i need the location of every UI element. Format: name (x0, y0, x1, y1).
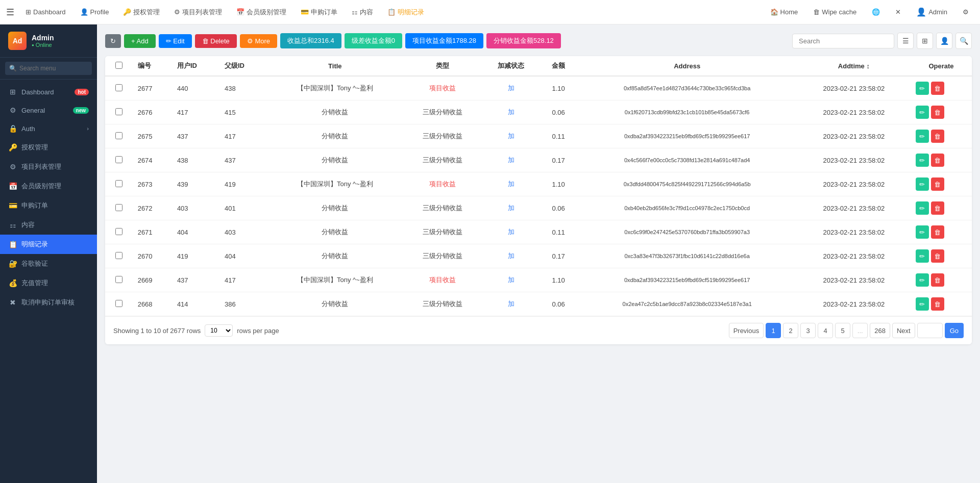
nav-settings[interactable]: ⚙ (958, 6, 974, 18)
stat-distribution: 分销收益金额528.12 (486, 33, 561, 48)
search-go-button[interactable]: 🔍 (955, 33, 972, 49)
delete-row-button[interactable]: 🗑 (931, 201, 944, 215)
delete-row-button[interactable]: 🗑 (931, 297, 944, 311)
edit-row-button[interactable]: ✏ (916, 273, 929, 287)
search-input[interactable] (5, 62, 92, 75)
nav-member-level[interactable]: 📅 会员级别管理 (231, 6, 291, 19)
nav-content[interactable]: ⚏ 内容 (347, 6, 378, 19)
sidebar-item-cancel-sub[interactable]: ✖ 取消申购订单审核 (0, 293, 97, 312)
nav-detail-record[interactable]: 📋 明细记录 (382, 6, 429, 19)
sort-icon[interactable]: ↕ (866, 62, 870, 70)
sidebar-item-subscription[interactable]: 💳 申购订单 (0, 196, 97, 215)
row-id: 2675 (133, 124, 172, 148)
row-select-checkbox[interactable] (115, 84, 122, 91)
row-select-checkbox[interactable] (115, 204, 122, 211)
edit-button[interactable]: ✏ Edit (159, 34, 192, 48)
column-toggle-button[interactable]: 👤 (936, 33, 952, 49)
sidebar-item-project-list[interactable]: ⚙ 项目列表管理 (0, 157, 97, 176)
row-address: 0x3dfdd48004754c825f4492291712566c994d6a… (577, 172, 797, 196)
nav-profile[interactable]: 👤 Profile (75, 6, 114, 18)
edit-row-button[interactable]: ✏ (916, 201, 929, 215)
nav-home[interactable]: 🏠 Home (765, 6, 803, 18)
delete-row-button[interactable]: 🗑 (931, 106, 944, 119)
nav-language[interactable]: 🌐 (867, 6, 885, 18)
col-parent-id: 父级ID (219, 56, 267, 76)
row-select-checkbox[interactable] (115, 300, 122, 307)
row-select-checkbox[interactable] (115, 132, 122, 139)
nav-project-list[interactable]: ⚙ 项目列表管理 (169, 6, 227, 19)
delete-row-button[interactable]: 🗑 (931, 249, 944, 263)
sidebar-item-auth[interactable]: 🔒 Auth › (0, 119, 97, 138)
delete-row-button[interactable]: 🗑 (931, 177, 944, 191)
next-button[interactable]: Next (892, 323, 915, 338)
row-title: 【中国深圳】Tony ^~盈利 (267, 172, 403, 196)
row-parent-id: 417 (219, 124, 267, 148)
add-button[interactable]: + Add (124, 34, 156, 48)
select-all-checkbox[interactable] (115, 62, 122, 69)
row-user-id: 403 (172, 196, 219, 220)
row-operate: ✏ 🗑 (911, 124, 972, 148)
nav-auth-manage[interactable]: 🔑 授权管理 (118, 6, 165, 19)
row-checkbox (105, 292, 133, 316)
view-grid-button[interactable]: ⊞ (917, 33, 933, 49)
edit-row-button[interactable]: ✏ (916, 82, 929, 95)
row-select-checkbox[interactable] (115, 252, 122, 259)
table-row: 2677 440 438 【中国深圳】Tony ^~盈利 项目收益 加 1.10… (105, 76, 972, 100)
delete-row-button[interactable]: 🗑 (931, 273, 944, 287)
delete-row-button[interactable]: 🗑 (931, 130, 944, 143)
edit-row-button[interactable]: ✏ (916, 249, 929, 263)
sidebar-item-recharge[interactable]: 💰 充值管理 (0, 273, 97, 293)
page-268-button[interactable]: 268 (870, 323, 890, 338)
rows-per-page-select[interactable]: 10 25 50 100 (205, 324, 233, 337)
nav-expand[interactable]: ✕ (890, 6, 906, 18)
edit-row-button[interactable]: ✏ (916, 225, 929, 239)
refresh-button[interactable]: ↻ (105, 34, 121, 48)
hamburger-icon[interactable]: ☰ (6, 7, 14, 18)
pagination: Showing 1 to 10 of 2677 rows 10 25 50 10… (105, 316, 972, 344)
prev-button[interactable]: Previous (729, 323, 764, 338)
edit-row-button[interactable]: ✏ (916, 177, 929, 191)
content-icon: ⚏ (8, 221, 17, 229)
page-2-button[interactable]: 2 (783, 323, 798, 338)
page-5-button[interactable]: 5 (835, 323, 850, 338)
table-row: 2674 438 437 分销收益 三级分销收益 加 0.17 0x4c566f… (105, 148, 972, 172)
page-go-input[interactable] (917, 323, 943, 338)
edit-row-button[interactable]: ✏ (916, 154, 929, 167)
row-user-id: 440 (172, 76, 219, 100)
row-select-checkbox[interactable] (115, 156, 122, 163)
nav-wipe-cache[interactable]: 🗑 Wipe cache (808, 6, 862, 18)
nav-admin[interactable]: 👤 Admin (911, 5, 952, 19)
general-badge: new (73, 107, 89, 114)
edit-row-button[interactable]: ✏ (916, 297, 929, 311)
sidebar-item-member-level[interactable]: 📅 会员级别管理 (0, 176, 97, 196)
sidebar-item-detail-record[interactable]: 📋 明细记录 (0, 235, 97, 254)
sidebar-item-content[interactable]: ⚏ 内容 (0, 215, 97, 235)
main-content: ↻ + Add ✏ Edit 🗑 Delete ⚙ More 收益总和2316.… (97, 24, 980, 483)
view-list-button[interactable]: ☰ (897, 33, 914, 49)
delete-button[interactable]: 🗑 Delete (195, 34, 237, 48)
nav-dashboard[interactable]: ⊞ Dashboard (20, 6, 71, 18)
page-3-button[interactable]: 3 (800, 323, 816, 338)
row-addtime: 2023-02-21 23:58:02 (797, 244, 911, 268)
nav-subscription[interactable]: 💳 申购订单 (296, 6, 342, 19)
table-search-input[interactable] (792, 34, 894, 48)
row-select-checkbox[interactable] (115, 228, 122, 235)
sidebar-item-auth-manage[interactable]: 🔑 授权管理 (0, 138, 97, 157)
delete-row-button[interactable]: 🗑 (931, 225, 944, 239)
sidebar-item-google-verify[interactable]: 🔐 谷歌验证 (0, 254, 97, 273)
edit-row-button[interactable]: ✏ (916, 130, 929, 143)
more-button[interactable]: ⚙ More (240, 34, 277, 48)
page-go-button[interactable]: Go (945, 323, 964, 338)
delete-row-button[interactable]: 🗑 (931, 82, 944, 95)
delete-row-button[interactable]: 🗑 (931, 154, 944, 167)
row-select-checkbox[interactable] (115, 180, 122, 187)
row-select-checkbox[interactable] (115, 108, 122, 115)
sidebar-item-general[interactable]: ⚙ General new (0, 101, 97, 119)
sidebar-item-dashboard[interactable]: ⊞ Dashboard hot (0, 83, 97, 101)
row-select-checkbox[interactable] (115, 276, 122, 283)
page-1-button[interactable]: 1 (766, 323, 781, 338)
edit-row-button[interactable]: ✏ (916, 106, 929, 119)
page-4-button[interactable]: 4 (818, 323, 833, 338)
page-go: Go (917, 323, 964, 338)
row-id: 2677 (133, 76, 172, 100)
